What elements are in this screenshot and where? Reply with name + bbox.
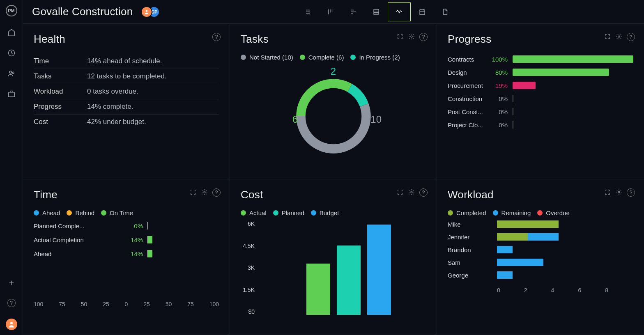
expand-icon[interactable] xyxy=(189,188,197,196)
legend-item: Actual xyxy=(241,209,267,216)
panel-workload: Workload ? Completed Remaining Overdue M… xyxy=(437,179,644,335)
member-avatars[interactable]: GP xyxy=(141,6,160,18)
add-icon[interactable] xyxy=(7,278,16,287)
home-icon[interactable] xyxy=(7,28,16,37)
tasks-donut-chart: 2 6 10 xyxy=(241,65,426,168)
expand-icon[interactable] xyxy=(396,33,404,40)
svg-point-13 xyxy=(204,191,205,193)
svg-point-5 xyxy=(146,10,148,12)
gear-icon[interactable] xyxy=(408,188,415,196)
progress-row: Project Clo... 0% xyxy=(448,121,633,128)
workload-axis: 02468 xyxy=(497,287,633,294)
time-row: Planned Comple... 0% xyxy=(34,222,219,229)
legend-item: Not Started (10) xyxy=(241,54,293,61)
legend-item: Ahead xyxy=(34,209,60,216)
health-label: Tasks xyxy=(34,72,87,80)
team-icon[interactable] xyxy=(7,69,16,78)
progress-bar-track xyxy=(513,82,633,89)
view-sheet-icon[interactable] xyxy=(365,2,388,21)
workload-label: Sam xyxy=(448,259,497,266)
expand-icon[interactable] xyxy=(604,188,611,196)
expand-icon[interactable] xyxy=(396,188,404,196)
progress-percent: 19% xyxy=(489,82,508,89)
progress-percent: 0% xyxy=(489,122,508,128)
axis-tick: 25 xyxy=(143,301,150,307)
axis-tick: 50 xyxy=(81,301,87,307)
legend-label: Overdue xyxy=(546,209,570,216)
gear-icon[interactable] xyxy=(615,33,623,40)
progress-zero-tick xyxy=(513,95,513,102)
gear-icon[interactable] xyxy=(201,188,208,196)
axis-tick: 2 xyxy=(524,287,527,294)
health-row: Workload 0 tasks overdue. xyxy=(34,84,219,99)
legend-item: Complete (6) xyxy=(300,54,344,61)
time-percent: 14% xyxy=(110,236,143,243)
workload-bar xyxy=(497,271,513,279)
health-row: Progress 14% complete. xyxy=(34,99,219,115)
workload-label: George xyxy=(448,272,497,279)
axis-tick: 1.5K xyxy=(243,287,255,293)
legend-label: In Progress (2) xyxy=(359,54,400,61)
view-gantt-icon[interactable] xyxy=(342,2,365,21)
time-row: Ahead 14% xyxy=(34,250,219,257)
view-list-icon[interactable] xyxy=(296,2,319,21)
health-row: Cost 42% under budget. xyxy=(34,115,219,129)
progress-row: Design 80% xyxy=(448,69,633,76)
legend-dot-icon xyxy=(101,210,106,216)
progress-label: Procurement xyxy=(448,82,489,89)
workload-label: Brandon xyxy=(448,246,497,253)
progress-bar-track xyxy=(513,55,633,63)
view-files-icon[interactable] xyxy=(434,2,457,21)
panel-title: Health xyxy=(34,33,219,46)
progress-bar-track xyxy=(513,121,633,128)
panel-cost: Cost ? Actual Planned Budget 6K4.5K3K1.5… xyxy=(230,179,437,335)
help-icon[interactable]: ? xyxy=(627,33,635,41)
svg-rect-7 xyxy=(420,9,425,14)
legend-label: Remaining xyxy=(501,209,531,216)
help-icon[interactable]: ? xyxy=(419,33,428,41)
legend-dot-icon xyxy=(67,210,72,216)
help-icon[interactable]: ? xyxy=(627,188,635,197)
expand-icon[interactable] xyxy=(604,33,611,40)
workload-bar-track xyxy=(497,220,633,228)
axis-tick: 8 xyxy=(605,287,608,294)
progress-bar xyxy=(513,69,609,76)
portfolio-icon[interactable] xyxy=(7,89,16,99)
progress-percent: 0% xyxy=(489,95,508,102)
progress-bar-track xyxy=(513,95,633,102)
user-avatar[interactable] xyxy=(6,319,17,330)
legend-dot-icon xyxy=(241,55,246,60)
gear-icon[interactable] xyxy=(615,188,623,196)
avatar-1[interactable] xyxy=(141,6,152,18)
time-label: Planned Comple... xyxy=(34,223,110,229)
app-logo[interactable]: PM xyxy=(6,5,17,16)
time-bar xyxy=(148,250,152,257)
svg-point-14 xyxy=(411,191,412,193)
svg-point-2 xyxy=(12,72,14,73)
time-row: Actual Completion 14% xyxy=(34,236,219,243)
help-icon[interactable]: ? xyxy=(419,188,428,197)
workload-row: Sam xyxy=(448,259,633,266)
workload-bar xyxy=(497,220,559,228)
workload-label: Mike xyxy=(448,221,497,228)
legend-item: Completed xyxy=(448,209,486,216)
time-bar-track xyxy=(147,250,219,257)
help-icon[interactable]: ? xyxy=(7,299,16,307)
help-icon[interactable]: ? xyxy=(212,33,221,41)
view-board-icon[interactable] xyxy=(319,2,342,21)
time-percent: 0% xyxy=(110,223,143,229)
panel-time: Time ? Ahead Behind On Time Planned Comp… xyxy=(23,179,230,335)
project-title: Govalle Construction xyxy=(32,5,133,18)
gear-icon[interactable] xyxy=(408,33,415,40)
clock-icon[interactable] xyxy=(7,48,16,57)
progress-percent: 0% xyxy=(489,108,508,115)
view-dashboard-icon[interactable] xyxy=(388,2,411,21)
axis-tick: 50 xyxy=(166,301,172,307)
workload-bar-track xyxy=(497,246,633,253)
view-calendar-icon[interactable] xyxy=(411,2,434,21)
help-icon[interactable]: ? xyxy=(212,188,221,197)
workload-bar xyxy=(528,233,559,241)
axis-tick: 25 xyxy=(103,301,109,307)
progress-zero-tick xyxy=(513,121,513,128)
workload-bar xyxy=(497,259,543,266)
